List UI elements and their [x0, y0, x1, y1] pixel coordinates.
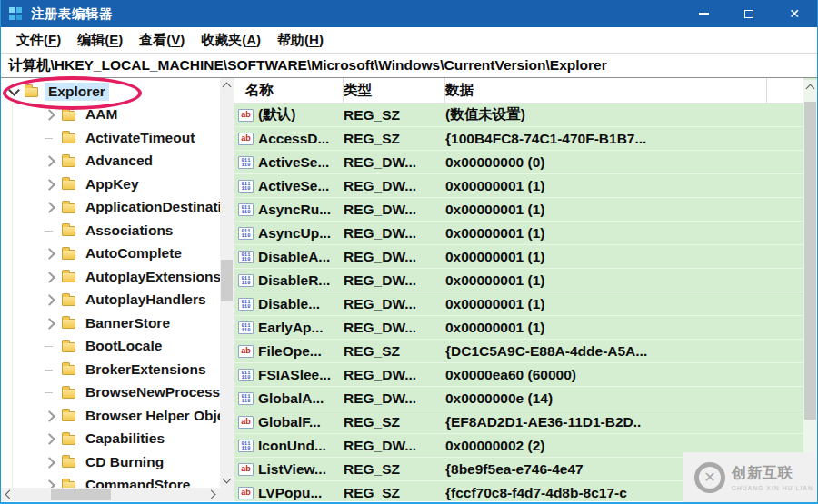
tree-expander-icon[interactable]	[44, 362, 60, 377]
menu-item[interactable]: 收藏夹(A)	[193, 32, 269, 49]
tree-expander-icon[interactable]	[44, 431, 60, 446]
menu-item[interactable]: 文件(F)	[8, 32, 69, 49]
registry-value-row[interactable]: GlobalA... REG_DW... 0x0000000e (14)	[234, 387, 803, 410]
close-icon: ✕	[789, 7, 800, 20]
tree-expander-icon[interactable]	[44, 107, 60, 122]
tree-item[interactable]: BrokerExtensions	[12, 358, 220, 381]
tree-item[interactable]: CommandStore	[12, 474, 220, 489]
registry-value-row[interactable]: EarlyAp... REG_DW... 0x00000001 (1)	[234, 316, 803, 340]
registry-value-row[interactable]: FileOpe... REG_SZ {DC1C5A9C-E88A-4dde-A5…	[234, 340, 803, 363]
registry-value-row[interactable]: ActiveSe... REG_DW... 0x00000000 (0)	[234, 151, 803, 174]
scroll-up-icon[interactable]	[220, 78, 234, 92]
tree-item[interactable]: ApplicationDestinati	[12, 196, 220, 220]
value-type-icon	[238, 392, 254, 405]
close-button[interactable]: ✕	[772, 0, 817, 27]
registry-value-row[interactable]: Disable... REG_DW... 0x00000001 (1)	[234, 292, 803, 316]
tree-expander-icon[interactable]	[44, 270, 60, 284]
tree-expander-icon[interactable]	[44, 292, 60, 307]
tree-item[interactable]: Browser Helper Obje	[12, 404, 220, 428]
tree-item[interactable]: AutoplayHandlers	[12, 289, 220, 312]
tree-item[interactable]: AppKey	[12, 173, 220, 196]
value-data: 0x0000000e (14)	[445, 390, 803, 407]
tree-expander-icon[interactable]	[44, 316, 60, 331]
value-name-cell: ListView...	[234, 461, 344, 478]
tree-item[interactable]: Capabilities	[12, 428, 220, 451]
tree-item[interactable]: BrowseNewProcess	[12, 381, 220, 405]
window-controls: ✕	[681, 0, 817, 27]
registry-value-row[interactable]: DisableA... REG_DW... 0x00000001 (1)	[234, 245, 803, 269]
tree-expander-icon[interactable]	[44, 200, 60, 214]
tree-item[interactable]: Explorer	[1, 80, 220, 104]
column-header-data[interactable]: 数据	[445, 78, 767, 103]
tree-expander-icon[interactable]	[44, 246, 60, 261]
tree-expander-icon[interactable]	[44, 478, 60, 488]
value-name: IconUnd...	[258, 438, 326, 454]
tree-expander-icon[interactable]	[44, 455, 60, 469]
registry-value-row[interactable]: (默认) REG_SZ (数值未设置)	[234, 104, 803, 127]
value-name: GlobalA...	[258, 390, 324, 407]
value-name-cell: FSIASlee...	[234, 367, 344, 383]
tree-item-label: Browser Helper Obje	[82, 407, 220, 425]
tree-item-label: Explorer	[45, 83, 109, 101]
tree-expander-icon[interactable]	[44, 385, 60, 400]
registry-value-row[interactable]: AsyncUp... REG_DW... 0x00000001 (1)	[234, 222, 803, 245]
scroll-down-icon[interactable]	[220, 474, 234, 488]
tree-expander-icon[interactable]	[44, 131, 60, 145]
registry-value-row[interactable]: AsyncRu... REG_DW... 0x00000001 (1)	[234, 198, 803, 222]
tree-vertical-scrollbar[interactable]	[220, 78, 234, 488]
tree-item[interactable]: BootLocale	[12, 335, 220, 359]
tree-item-label: AppKey	[82, 175, 143, 193]
column-header-name[interactable]: 名称	[234, 78, 344, 103]
list-vertical-scrollbar[interactable]	[803, 80, 817, 501]
tree-expander-icon[interactable]	[44, 153, 60, 168]
tree-expander-icon[interactable]	[44, 223, 60, 238]
window-title: 注册表编辑器	[31, 5, 113, 23]
value-name-cell: ActiveSe...	[234, 154, 344, 171]
column-header-type[interactable]: 类型	[344, 78, 445, 103]
value-data: (数值未设置)	[445, 105, 803, 124]
value-name-cell: EarlyAp...	[234, 320, 344, 336]
main-area: Explorer AAM ActivateTimeout Advanced Ap…	[1, 78, 817, 501]
address-bar[interactable]: 计算机\HKEY_LOCAL_MACHINE\SOFTWARE\Microsof…	[1, 54, 817, 78]
registry-value-row[interactable]: AccessD... REG_SZ {100B4FC8-74C1-470F-B1…	[234, 127, 803, 151]
tree-item[interactable]: ActivateTimeout	[12, 126, 220, 150]
registry-value-row[interactable]: GlobalF... REG_SZ {EF8AD2D1-AE36-11D1-B2…	[234, 410, 803, 434]
watermark-name: 创新互联	[732, 464, 813, 483]
menu-item[interactable]: 帮助(H)	[269, 32, 332, 49]
tree-item[interactable]: AAM	[12, 104, 220, 127]
tree-item-label: AutoplayExtensions	[82, 268, 220, 286]
list-vscroll-thumb[interactable]	[804, 102, 816, 420]
tree-expander-icon[interactable]	[44, 339, 60, 353]
tree-hscroll-thumb[interactable]	[51, 489, 111, 500]
value-name: (默认)	[258, 105, 295, 124]
tree-item[interactable]: CD Burning	[12, 450, 220, 474]
tree-expander-icon[interactable]	[6, 84, 23, 99]
menu-item[interactable]: 编辑(E)	[69, 32, 131, 49]
tree-item[interactable]: AutoComplete	[12, 242, 220, 266]
registry-value-row[interactable]: ActiveSe... REG_DW... 0x00000001 (1)	[234, 174, 803, 198]
tree-horizontal-scrollbar[interactable]	[1, 488, 220, 501]
folder-icon	[62, 133, 75, 143]
tree-item[interactable]: Advanced	[12, 150, 220, 173]
maximize-button[interactable]	[726, 0, 772, 27]
tree-vscroll-thumb[interactable]	[221, 260, 233, 301]
tree-expander-icon[interactable]	[44, 409, 60, 423]
value-type: REG_SZ	[344, 485, 445, 501]
tree-expander-icon[interactable]	[44, 177, 60, 192]
scroll-right-icon[interactable]	[206, 488, 220, 501]
tree-item-label: Advanced	[82, 152, 156, 170]
registry-tree: Explorer AAM ActivateTimeout Advanced Ap…	[1, 78, 220, 488]
scroll-up-icon[interactable]	[803, 80, 817, 94]
tree-item[interactable]: Associations	[12, 219, 220, 242]
value-type-icon	[238, 180, 254, 193]
registry-editor-window: 注册表编辑器 ✕ 文件(F) 编辑(E) 查看(V) 收藏夹(A) 帮助(H) …	[0, 0, 818, 504]
scroll-left-icon[interactable]	[1, 488, 15, 501]
tree-item[interactable]: AutoplayExtensions	[12, 265, 220, 289]
value-data: 0x00000000 (0)	[445, 154, 803, 171]
value-name-cell: DisableA...	[234, 249, 344, 265]
tree-item[interactable]: BannerStore	[12, 311, 220, 335]
menu-item[interactable]: 查看(V)	[131, 32, 193, 49]
registry-value-row[interactable]: FSIASlee... REG_DW... 0x0000ea60 (60000)	[234, 363, 803, 387]
registry-value-row[interactable]: DisableR... REG_DW... 0x00000001 (1)	[234, 269, 803, 292]
minimize-button[interactable]	[681, 0, 726, 27]
